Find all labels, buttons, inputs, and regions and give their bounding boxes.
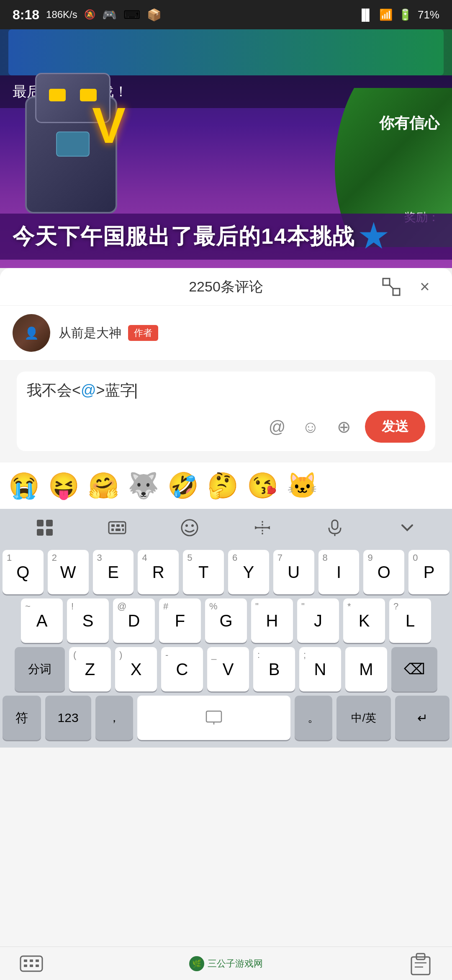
input-container: 我不会<@>蓝字 @ ☺ ⊕ 发送 — [0, 361, 452, 462]
emoji-row: 😭 😝 🤗 🐺 🤣 🤔 😘 🐱 — [0, 462, 452, 509]
key-B[interactable]: :B — [253, 647, 295, 691]
svg-marker-19 — [267, 526, 270, 529]
watermark: 🌿 三公子游戏网 — [189, 956, 263, 971]
banner-top-bar — [0, 29, 452, 75]
emoji-think[interactable]: 🤔 — [207, 471, 239, 500]
banner-subtitle-text: 今天下午国服出了最后的14本挑战 — [13, 222, 355, 251]
at-button[interactable]: @ — [265, 414, 290, 439]
banner-right-text: 你有信心 — [379, 113, 439, 134]
grid-tool-button[interactable] — [28, 511, 62, 544]
key-C[interactable]: -C — [161, 647, 203, 691]
key-G[interactable]: %G — [205, 598, 247, 643]
status-right: ▐▌ 📶 🔋 71% — [358, 8, 439, 21]
text-cursor — [135, 384, 136, 399]
comments-expand-button[interactable] — [381, 276, 402, 297]
emoji-wolf[interactable]: 🐺 — [128, 471, 159, 500]
star-badge — [359, 222, 388, 251]
keyboard-row-3: 分词 (Z )X -C _V :B ;N M ⌫ — [3, 647, 449, 691]
keyboard-tool-button[interactable] — [100, 511, 134, 544]
key-fu[interactable]: 符 — [3, 696, 41, 740]
robot-eye-left — [49, 89, 66, 101]
svg-rect-31 — [36, 965, 39, 967]
emoji-cat[interactable]: 🐱 — [287, 471, 318, 500]
emoji-hug[interactable]: 🤗 — [88, 471, 119, 500]
comments-panel: 2250条评论 × 👤 从前是大神 作者 我不会<@>蓝字 @ ☺ — [0, 268, 452, 980]
send-button[interactable]: 发送 — [365, 411, 425, 443]
comment-user-row: 👤 从前是大神 作者 — [0, 306, 452, 361]
bottom-bar: 🌿 三公子游戏网 — [0, 946, 452, 980]
signal-icon: ▐▌ — [358, 8, 373, 21]
key-P[interactable]: 0P — [408, 550, 449, 594]
emoji-button[interactable]: ☺ — [298, 414, 323, 439]
key-X[interactable]: )X — [115, 647, 157, 691]
key-V[interactable]: _V — [207, 647, 249, 691]
cursor-tool-button[interactable] — [246, 511, 279, 544]
app-icon-1: 🎮 — [102, 8, 117, 22]
key-R[interactable]: 4R — [138, 550, 179, 594]
emoji-kiss[interactable]: 😘 — [247, 471, 278, 500]
key-O[interactable]: 9O — [363, 550, 404, 594]
collapse-tool-button[interactable] — [390, 511, 424, 544]
battery-icon: 🔋 — [398, 8, 412, 21]
key-K[interactable]: *K — [343, 598, 385, 643]
keyboard-toolbar — [0, 509, 452, 547]
key-return[interactable]: ↵ — [395, 696, 449, 740]
svg-rect-13 — [122, 529, 124, 531]
key-space[interactable] — [137, 696, 290, 740]
keyboard-row-1: 1Q 2W 3E 4R 5T 6Y 7U 8I 9O 0P — [3, 550, 449, 594]
key-F[interactable]: #F — [159, 598, 201, 643]
key-H[interactable]: "H — [251, 598, 293, 643]
emoji-tongue[interactable]: 😝 — [48, 471, 80, 500]
key-I[interactable]: 8I — [318, 550, 360, 594]
keyboard-bottom-button[interactable] — [17, 949, 46, 978]
svg-rect-30 — [30, 965, 33, 967]
battery-percent: 71% — [418, 8, 439, 21]
svg-rect-12 — [116, 529, 121, 531]
key-U[interactable]: 7U — [273, 550, 314, 594]
key-N[interactable]: ;N — [299, 647, 341, 691]
mic-tool-button[interactable] — [318, 511, 352, 544]
robot-chest — [56, 132, 90, 157]
add-button[interactable]: ⊕ — [331, 414, 357, 439]
input-suffix: >蓝字 — [96, 382, 135, 399]
clipboard-bottom-button[interactable] — [406, 949, 435, 978]
key-L[interactable]: ?L — [389, 598, 431, 643]
key-A[interactable]: ~A — [21, 598, 63, 643]
emoji-tool-button[interactable] — [173, 511, 206, 544]
key-D[interactable]: @D — [113, 598, 155, 643]
keyboard-row-4: 符 123 ， 。 中/英 ↵ — [3, 696, 449, 740]
key-123[interactable]: 123 — [45, 696, 91, 740]
svg-point-14 — [182, 520, 198, 536]
svg-rect-0 — [383, 279, 390, 285]
key-Y[interactable]: 6Y — [228, 550, 269, 594]
svg-point-15 — [185, 524, 188, 527]
key-Q[interactable]: 1Q — [3, 550, 44, 594]
comments-close-button[interactable]: × — [414, 276, 435, 297]
key-J[interactable]: "J — [297, 598, 339, 643]
status-bar: 8:18 186K/s 🔕 🎮 ⌨ 📦 ▐▌ 📶 🔋 71% — [0, 0, 452, 29]
key-M[interactable]: M — [345, 647, 387, 691]
key-W[interactable]: 2W — [48, 550, 89, 594]
key-E[interactable]: 3E — [93, 550, 134, 594]
key-T[interactable]: 5T — [183, 550, 224, 594]
svg-line-2 — [390, 285, 393, 289]
emoji-crying[interactable]: 😭 — [8, 471, 40, 500]
key-Z[interactable]: (Z — [69, 647, 111, 691]
key-period[interactable]: 。 — [295, 696, 332, 740]
key-delete[interactable]: ⌫ — [391, 647, 437, 691]
key-fenci[interactable]: 分词 — [15, 647, 65, 691]
key-lang[interactable]: 中/英 — [336, 696, 391, 740]
svg-rect-10 — [121, 524, 124, 527]
key-S[interactable]: !S — [67, 598, 109, 643]
app-icon-3: 📦 — [147, 8, 162, 22]
emoji-laugh[interactable]: 🤣 — [167, 471, 199, 500]
svg-rect-11 — [111, 529, 114, 531]
svg-rect-7 — [109, 522, 126, 534]
input-text[interactable]: 我不会<@>蓝字 — [27, 380, 425, 405]
banner-subtitle: 今天下午国服出了最后的14本挑战 — [0, 214, 452, 260]
input-area[interactable]: 我不会<@>蓝字 @ ☺ ⊕ 发送 — [17, 371, 435, 451]
svg-rect-28 — [36, 959, 39, 962]
keyboard-row-2: ~A !S @D #F %G "H "J *K ?L — [3, 598, 449, 643]
v-letter: V — [92, 96, 126, 154]
key-comma[interactable]: ， — [95, 696, 133, 740]
